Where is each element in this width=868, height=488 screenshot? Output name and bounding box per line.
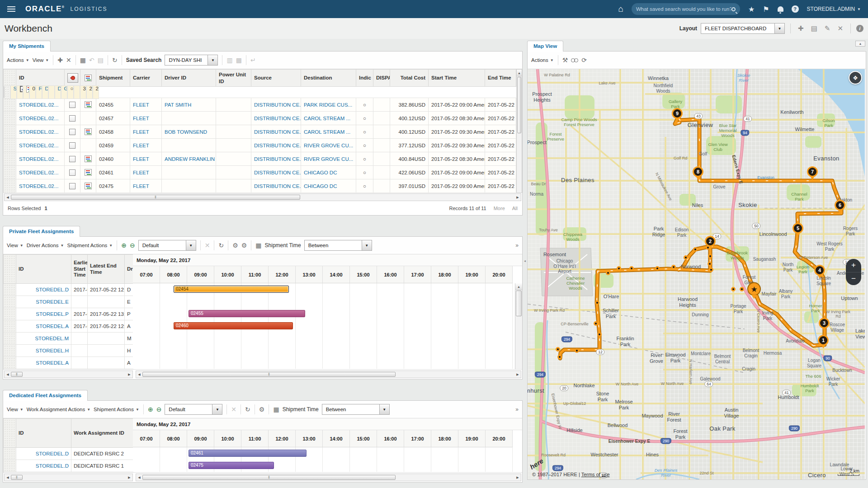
route-stop-dot[interactable] <box>731 287 736 291</box>
saved-search-bar[interactable] <box>632 3 740 15</box>
dedicated-legend-icon[interactable]: ▦ <box>273 406 279 413</box>
tab-dedicated-fleet-assignments[interactable]: Dedicated Fleet Assignments <box>3 390 88 401</box>
route-stop-4[interactable]: 4 <box>814 265 825 276</box>
route-stop-dot[interactable] <box>740 287 744 291</box>
col-header-end-time[interactable]: End Time <box>485 70 516 87</box>
driver-id-link[interactable]: STOREDEL.P <box>36 311 69 317</box>
private-fleet-gantt[interactable]: Monday, May 22, 2017 07:0008:0009:0010:0… <box>133 254 522 369</box>
row-handle[interactable] <box>4 345 16 357</box>
route-stop-dot[interactable] <box>606 271 610 275</box>
destination-link[interactable]: CHICAGO DC <box>304 170 337 175</box>
private-shipment-actions-menu[interactable]: Shipment Actions▼ <box>67 243 113 248</box>
shipment-id-link[interactable]: STOREDEL.02... <box>19 116 58 121</box>
col-header-driver[interactable]: Driver ID <box>162 70 216 87</box>
row-handle[interactable] <box>4 139 16 152</box>
row-checkbox[interactable] <box>69 156 75 162</box>
driver-id-link[interactable]: STOREDEL.D <box>36 287 69 292</box>
row-checkbox[interactable] <box>20 86 23 92</box>
carrier-link[interactable]: FLEET <box>39 86 42 91</box>
driver-row[interactable]: STOREDEL.EE <box>4 296 133 308</box>
destination-link[interactable]: CAROL STREAM ... <box>304 129 350 135</box>
favorites-star-icon[interactable]: ★ <box>748 5 755 14</box>
layout-dropdown-icon[interactable]: ▼ <box>774 23 784 33</box>
private-legend-icon[interactable]: ▦ <box>255 242 261 249</box>
duplicate-layout-button[interactable]: ▤ <box>809 24 819 33</box>
add-row-icon[interactable]: ✚ <box>57 56 63 64</box>
col-header-earliest-start[interactable]: Earliest Start Time <box>71 255 88 284</box>
hamburger-menu-icon[interactable] <box>7 6 15 12</box>
route-stop-dot[interactable] <box>708 254 712 258</box>
shipment-id-link[interactable]: STOREDEL.02... <box>19 156 58 162</box>
col-header-destination[interactable]: Destination <box>301 70 356 87</box>
depot-star-marker[interactable]: ★ <box>747 282 761 296</box>
private-view-menu[interactable]: View▼ <box>7 243 24 248</box>
saved-search-input[interactable] <box>636 6 731 12</box>
carrier-link[interactable]: FLEET <box>133 183 149 189</box>
carrier-link[interactable]: FLEET <box>133 129 149 135</box>
row-gantt-icon[interactable] <box>85 169 92 176</box>
shipment-id-link[interactable]: STOREDEL.02... <box>19 129 58 135</box>
col-header-id[interactable]: ID <box>16 419 71 448</box>
route-stop-9[interactable]: 9 <box>672 108 683 119</box>
driver-link[interactable]: BOB TOWNSEND <box>165 129 207 135</box>
source-link[interactable]: DISTRIBUTION CE... <box>254 116 301 121</box>
freeze-icon[interactable]: ▥ <box>226 56 232 64</box>
dedicated-refresh-icon[interactable]: ↻ <box>245 406 250 413</box>
flag-icon[interactable]: ⚑ <box>763 5 769 14</box>
col-header-id[interactable]: ID <box>16 70 65 87</box>
dedicated-clear-icon[interactable]: ✕ <box>231 406 236 413</box>
gantt-bar-shipment-02455[interactable]: 02455 <box>189 310 305 317</box>
map-zoom-out-button[interactable]: − <box>846 272 861 286</box>
driver-link[interactable]: ANDREW FRANKLIN <box>165 156 215 162</box>
private-refresh-icon[interactable]: ↻ <box>218 242 224 249</box>
shipment-id-link[interactable]: STOREDEL.02... <box>19 143 58 148</box>
row-gantt-icon[interactable] <box>26 86 29 93</box>
saved-search-dropdown-icon[interactable]: ▼ <box>208 55 217 65</box>
work-assignment-row[interactable]: STOREDEL.DDEDICATED RSRC 2 <box>4 448 133 460</box>
row-handle[interactable] <box>4 152 16 166</box>
shipment-row[interactable]: STOREDEL.02...02455FLEETPAT SMITHDISTRIB… <box>4 98 516 112</box>
row-handle[interactable] <box>4 166 16 179</box>
dedicated-grid-scrollbar[interactable]: ◀▶ <box>4 474 133 481</box>
driver-id-link[interactable]: STOREDEL.A <box>36 324 69 329</box>
source-link[interactable]: DISTRIBUTION CE... <box>58 86 61 91</box>
driver-id-link[interactable]: STOREDEL.M <box>35 336 69 341</box>
terms-of-use-link[interactable]: Terms of use <box>581 472 610 477</box>
row-checkbox[interactable] <box>69 169 75 176</box>
row-handle[interactable] <box>4 112 16 125</box>
col-header-work-assignment[interactable]: Work Assignment ID <box>71 419 133 448</box>
shipment-row[interactable]: STOREDEL.02...02460FLEETANDREW FRANKLIND… <box>4 152 516 166</box>
driver-id-link[interactable]: STOREDEL.E <box>36 299 69 305</box>
source-link[interactable]: DISTRIBUTION CE... <box>254 143 301 148</box>
work-assignment-id-link[interactable]: STOREDEL.D <box>36 451 69 456</box>
carrier-link[interactable]: FLEET <box>133 116 149 121</box>
tab-my-shipments[interactable]: My Shipments <box>3 41 51 52</box>
row-checkbox[interactable] <box>69 142 75 149</box>
home-icon[interactable]: ⌂ <box>618 4 623 14</box>
gantt-bar-shipment-02454[interactable]: 02454 <box>174 286 289 293</box>
shipments-horizontal-scrollbar[interactable]: ◀ ▶ <box>4 193 521 201</box>
driver-row[interactable]: STOREDEL.HH <box>4 345 133 357</box>
notifications-bell-icon[interactable] <box>778 6 783 12</box>
private-gantt-scrollbar[interactable]: ◀▶ <box>136 371 521 378</box>
row-handle[interactable] <box>4 98 16 112</box>
map-actions-menu[interactable]: Actions▼ <box>531 57 554 63</box>
driver-id-link[interactable]: STOREDEL.A <box>36 360 69 366</box>
source-link[interactable]: DISTRIBUTION CE... <box>254 183 301 189</box>
route-stop-dot[interactable] <box>575 348 579 353</box>
private-overflow-chevron[interactable]: » <box>515 242 519 249</box>
col-header-driver[interactable]: Driver <box>125 255 133 284</box>
info-icon[interactable]: i <box>856 25 863 32</box>
col-header-source[interactable]: Source <box>251 70 301 87</box>
map-find-icon[interactable] <box>571 58 578 62</box>
shipment-row[interactable]: STOREDEL.02...02459FLEETDISTRIBUTION CE.… <box>4 139 516 152</box>
source-link[interactable]: DISTRIBUTION CE... <box>254 129 301 135</box>
col-header-carrier[interactable]: Carrier <box>130 70 162 87</box>
dedicated-overflow-chevron[interactable]: » <box>515 406 519 413</box>
route-stop-5[interactable]: 5 <box>793 223 803 234</box>
scroll-up-icon[interactable]: ▲ <box>517 70 522 76</box>
shipment-id-link[interactable]: STOREDEL.02... <box>19 102 58 108</box>
col-header-latest-end[interactable]: Latest End Time <box>88 255 125 284</box>
map-canvas[interactable]: W Palatine RdWinnetkaNorthfield WoodsPro… <box>528 69 865 479</box>
route-stop-dot[interactable] <box>708 262 712 266</box>
